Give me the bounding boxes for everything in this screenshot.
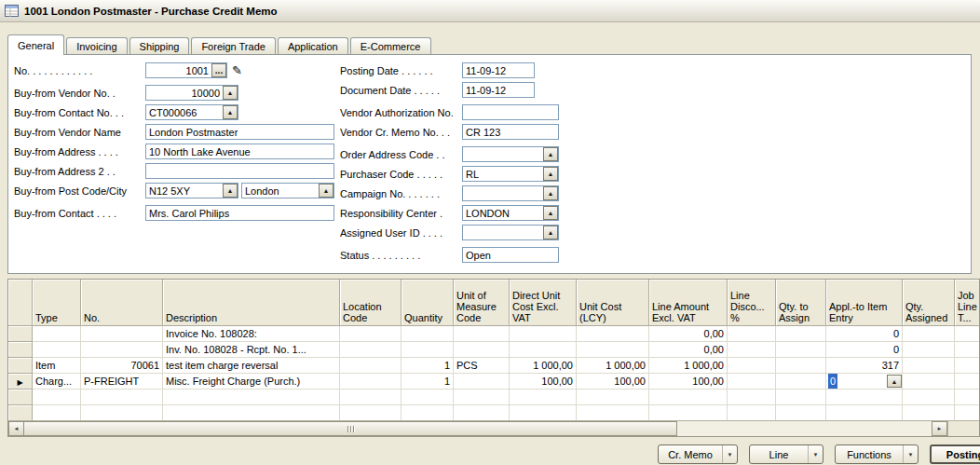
grid-cell[interactable]	[577, 342, 649, 358]
document-date-field[interactable]: 11-09-12	[462, 82, 535, 98]
lookup-button[interactable]: ▲	[319, 184, 333, 198]
lookup-button[interactable]: ▲	[543, 186, 558, 200]
grid-cell[interactable]	[33, 342, 81, 358]
tab-shipping[interactable]: Shipping	[129, 37, 190, 54]
grid-cell[interactable]: Item	[33, 358, 81, 374]
grid-cell[interactable]	[340, 405, 402, 420]
grid-cell[interactable]	[81, 326, 163, 342]
grid-cell[interactable]	[454, 374, 510, 390]
lookup-button[interactable]: ▲	[543, 147, 558, 161]
window-titlebar[interactable]: 1001 London Postmaster - Purchase Credit…	[0, 0, 980, 22]
grid-column-header[interactable]: Direct Unit Cost Excl. VAT	[510, 280, 577, 326]
grid-cell[interactable]	[903, 405, 955, 420]
lookup-button[interactable]: ▲	[543, 206, 558, 220]
scroll-right-button[interactable]: ►	[932, 421, 947, 436]
grid-cell[interactable]: 0	[826, 326, 903, 342]
order-address-code-field[interactable]: ▲	[462, 146, 559, 162]
grid-cell[interactable]	[454, 342, 510, 358]
grid-cell[interactable]	[903, 342, 955, 358]
grid-cell[interactable]	[454, 405, 510, 420]
row-selector[interactable]	[8, 342, 33, 358]
grid-cell[interactable]	[510, 342, 577, 358]
grid-cell[interactable]	[955, 326, 979, 342]
grid-cell[interactable]	[955, 358, 979, 374]
grid-cell[interactable]: Charg...	[33, 374, 81, 390]
grid-cell[interactable]: Misc. Freight Charge (Purch.)	[163, 374, 340, 390]
grid-cell[interactable]: 70061	[81, 358, 163, 374]
cr-memo-menu-button[interactable]: Cr. Memo ▼	[658, 444, 738, 464]
grid-column-header[interactable]: Type	[33, 280, 81, 326]
grid-column-header[interactable]: Description	[163, 280, 340, 326]
grid-cell[interactable]: Invoice No. 108028:	[163, 326, 340, 342]
lookup-button[interactable]: ▲	[223, 105, 238, 119]
grid-column-header[interactable]: Qty. Assigned	[903, 280, 955, 326]
grid-cell-editing[interactable]: 0▲	[826, 374, 903, 390]
buy-from-vendor-name-field[interactable]: London Postmaster	[145, 124, 334, 140]
grid-cell[interactable]: 1 000,00	[649, 358, 728, 374]
grid-cell[interactable]	[903, 374, 955, 390]
grid-cell[interactable]	[33, 326, 81, 342]
grid-cell[interactable]	[728, 390, 776, 405]
grid-cell[interactable]	[728, 326, 776, 342]
scroll-left-button[interactable]: ◄	[8, 421, 24, 436]
grid-cell[interactable]	[649, 405, 728, 420]
grid-cell[interactable]	[577, 405, 649, 420]
scroll-thumb[interactable]	[24, 421, 677, 436]
grid-cell[interactable]: test item charge reversal	[163, 358, 340, 374]
grid-cell[interactable]	[776, 342, 826, 358]
grid-cell[interactable]	[81, 405, 163, 420]
grid-column-header[interactable]: Qty. to Assign	[776, 280, 826, 326]
grid-column-header[interactable]: Job Line T...	[955, 280, 979, 326]
grid-cell[interactable]	[340, 358, 402, 374]
assigned-user-id-field[interactable]: ▲	[462, 225, 559, 240]
functions-menu-button[interactable]: Functions ▼	[835, 444, 919, 464]
grid-cell[interactable]: 317	[826, 358, 903, 374]
buy-from-address-2-field[interactable]	[145, 163, 334, 179]
grid-cell[interactable]: 1 000,00	[510, 358, 577, 374]
tab-foreign-trade[interactable]: Foreign Trade	[191, 37, 275, 54]
grid-column-header[interactable]: Line Disco... %	[728, 280, 776, 326]
buy-from-vendor-no-field[interactable]: 10000 ▲	[145, 85, 238, 101]
horizontal-scrollbar[interactable]: ◄ ►	[8, 420, 947, 436]
grid-cell[interactable]	[340, 342, 402, 358]
grid-cell[interactable]	[402, 342, 454, 358]
grid-cell[interactable]	[826, 405, 903, 420]
grid-cell[interactable]: 0,00	[649, 326, 728, 342]
vendor-cr-memo-no-field[interactable]: CR 123	[462, 124, 559, 140]
grid-cell[interactable]	[577, 390, 649, 405]
tab-general[interactable]: General	[7, 34, 64, 55]
buy-from-city-field[interactable]: London ▲	[241, 183, 334, 198]
lookup-button[interactable]: ▲	[887, 375, 902, 388]
grid-cell[interactable]	[340, 374, 402, 390]
editing-cell-value[interactable]: 0	[828, 374, 837, 389]
grid-cell[interactable]	[510, 405, 577, 420]
grid-column-header[interactable]: Line Amount Excl. VAT	[649, 280, 728, 326]
vendor-authorization-no-field[interactable]	[462, 104, 559, 120]
window-icon[interactable]	[5, 5, 19, 17]
row-selector[interactable]	[8, 326, 33, 342]
grid-cell[interactable]: 1 000,00	[577, 358, 649, 374]
grid-cell[interactable]	[649, 390, 728, 405]
grid-cell[interactable]	[163, 405, 340, 420]
grid-cell[interactable]	[955, 374, 979, 390]
grid-cell[interactable]: 1	[402, 374, 454, 390]
grid-cell[interactable]	[454, 390, 510, 405]
grid-cell[interactable]	[510, 390, 577, 405]
scroll-track[interactable]	[677, 421, 932, 436]
grid-cell[interactable]: 0	[826, 342, 903, 358]
grid-cell[interactable]	[454, 326, 510, 342]
responsibility-center-field[interactable]: LONDON ▲	[462, 205, 559, 221]
grid-cell[interactable]	[728, 342, 776, 358]
posting-date-field[interactable]: 11-09-12	[462, 62, 535, 78]
posting-menu-button[interactable]: Posting ▼	[930, 444, 980, 464]
grid-cell[interactable]	[81, 342, 163, 358]
grid-cell[interactable]	[955, 405, 979, 420]
grid-column-header[interactable]: Unit Cost (LCY)	[577, 280, 649, 326]
grid-cell[interactable]	[826, 390, 903, 405]
row-selector[interactable]	[8, 358, 33, 374]
tab-e-commerce[interactable]: E-Commerce	[350, 37, 431, 54]
grid-cell[interactable]	[402, 326, 454, 342]
grid-cell[interactable]	[33, 405, 81, 420]
grid-selector-header[interactable]	[8, 280, 33, 326]
grid-cell[interactable]	[776, 358, 826, 374]
